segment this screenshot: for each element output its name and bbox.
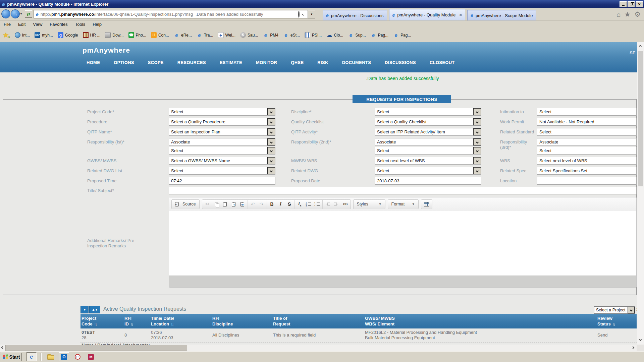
field-title-subject[interactable] bbox=[169, 187, 637, 194]
restore-button[interactable] bbox=[628, 1, 635, 7]
favorite-item-myh[interactable]: SAPmyh... bbox=[32, 31, 55, 39]
horizontal-scroll-thumb[interactable] bbox=[5, 345, 187, 351]
field-responsibility-ist[interactable]: Associate bbox=[169, 138, 275, 146]
favorite-item-hr[interactable]: HR ... bbox=[80, 31, 103, 39]
address-bar[interactable]: e http://pm4.pmanywhere.co/Interface/06-… bbox=[34, 10, 308, 18]
table-row[interactable]: 0TEST28807:362018-07-03All DisciplinesTh… bbox=[80, 328, 637, 343]
chevron-down-icon[interactable] bbox=[267, 108, 275, 115]
add-favorite-icon[interactable]: ★ bbox=[3, 31, 9, 39]
chevron-down-icon[interactable] bbox=[473, 157, 481, 164]
chevron-down-icon[interactable] bbox=[473, 118, 481, 125]
browser-tab-pmanywhere-discussions[interactable]: epmAnywhere - Discussions bbox=[323, 10, 387, 20]
favorite-item-sau[interactable]: SSau... bbox=[238, 31, 260, 39]
format-button[interactable]: Format▼ bbox=[389, 200, 417, 208]
field-related-dwg[interactable]: Select bbox=[375, 167, 481, 175]
field-qitp-name[interactable]: Select an Inspection Plan bbox=[169, 128, 275, 136]
quicklaunch-outlook[interactable]: O bbox=[59, 352, 69, 361]
paste-plain-text-button[interactable]: T bbox=[229, 200, 238, 208]
scroll-left-icon[interactable] bbox=[1, 346, 4, 349]
column-header-discipline[interactable]: RFIDiscipline bbox=[212, 315, 233, 327]
favorite-item-pm4[interactable]: ePM4 bbox=[260, 31, 281, 39]
chevron-down-icon[interactable] bbox=[473, 128, 481, 135]
favorite-item-ere[interactable]: eeRe... bbox=[171, 31, 194, 39]
field-mwbs-wbs[interactable]: Select next level of WBS bbox=[375, 157, 481, 165]
italic-button[interactable]: I bbox=[276, 200, 285, 208]
chevron-down-icon[interactable] bbox=[267, 167, 275, 174]
home-icon[interactable]: ⌂ bbox=[616, 10, 621, 19]
editor-content[interactable] bbox=[169, 211, 636, 276]
vertical-scroll-thumb[interactable] bbox=[638, 51, 643, 186]
remove-format-button[interactable]: Ix bbox=[296, 200, 304, 208]
menu-file[interactable]: File bbox=[0, 22, 14, 27]
nav-item-monitor[interactable]: MONITOR bbox=[256, 60, 277, 65]
collapse-button[interactable]: ▼ bbox=[80, 306, 89, 313]
strikethrough-button[interactable]: S bbox=[285, 200, 294, 208]
table-button[interactable] bbox=[422, 200, 431, 208]
nav-item-estimate[interactable]: ESTIMATE bbox=[220, 60, 242, 65]
nav-item-home[interactable]: HOME bbox=[87, 60, 100, 65]
sort-icon[interactable]: ↑↓ bbox=[130, 322, 133, 326]
favorite-item-psi[interactable]: PSI... bbox=[302, 31, 324, 39]
recent-pages-dropdown[interactable]: ▼ bbox=[20, 12, 22, 15]
nav-item-qhse[interactable]: QHSE bbox=[291, 60, 304, 65]
quicklaunch-file-explorer[interactable] bbox=[46, 352, 56, 361]
menu-view[interactable]: View bbox=[29, 22, 46, 27]
nav-item-discussions[interactable]: DISCUSSIONS bbox=[385, 60, 416, 65]
numbered-list-button[interactable] bbox=[304, 200, 313, 208]
favorite-item-int[interactable]: Int... bbox=[12, 31, 32, 39]
bulleted-list-button[interactable] bbox=[313, 200, 322, 208]
decrease-indent-button[interactable] bbox=[323, 200, 332, 208]
field-work-permit[interactable]: Not Available - Not Required bbox=[537, 118, 637, 126]
cut-button[interactable]: ✂ bbox=[203, 200, 212, 208]
favorite-item-tra[interactable]: eTra... bbox=[194, 31, 216, 39]
favorite-item-wel[interactable]: ◆Wel... bbox=[216, 31, 238, 39]
bold-button[interactable]: B bbox=[268, 200, 276, 208]
chevron-down-icon[interactable] bbox=[473, 138, 481, 145]
scroll-right-icon[interactable] bbox=[632, 346, 634, 349]
field-discipline[interactable]: Select bbox=[375, 108, 481, 116]
field-procedure[interactable]: Select a Quality Procudeure bbox=[169, 118, 275, 126]
blockquote-button[interactable]: ”” bbox=[341, 200, 350, 208]
menu-help[interactable]: Help bbox=[89, 22, 105, 27]
sort-icon[interactable]: ↑↓ bbox=[612, 322, 615, 326]
settings-gear-icon[interactable]: ⚙ bbox=[634, 10, 641, 19]
chevron-down-icon[interactable] bbox=[267, 138, 275, 145]
favorites-star-icon[interactable]: ★ bbox=[624, 10, 631, 19]
field-proposed-date[interactable]: 2018-07-03 bbox=[375, 177, 481, 185]
field-project-code[interactable]: Select bbox=[169, 108, 275, 116]
menu-favorites[interactable]: Favorites bbox=[46, 22, 71, 27]
chevron-down-icon[interactable] bbox=[267, 128, 275, 135]
scroll-down-icon[interactable] bbox=[639, 338, 642, 341]
search-icon[interactable] bbox=[298, 11, 304, 17]
browser-tab-pmanywhere-quality-module[interactable]: epmAnywhere - Quality Module× bbox=[389, 9, 466, 20]
close-tab-icon[interactable]: × bbox=[458, 12, 462, 17]
favorite-item-clo[interactable]: ☁Clo... bbox=[324, 31, 345, 39]
favorite-item-pho[interactable]: ☎Pho... bbox=[126, 31, 149, 39]
minimize-button[interactable] bbox=[620, 1, 627, 7]
forward-button[interactable]: → bbox=[11, 9, 20, 18]
field-intimation-to[interactable]: Select bbox=[537, 108, 637, 116]
paste-button[interactable] bbox=[221, 200, 229, 208]
scroll-up-icon[interactable] bbox=[639, 45, 642, 48]
sort-icon[interactable]: ↑↓ bbox=[171, 322, 173, 326]
field-row4-col2[interactable]: Select bbox=[375, 147, 481, 155]
undo-button[interactable]: ↶ bbox=[249, 200, 257, 208]
favorite-item-est[interactable]: eeSt... bbox=[281, 31, 302, 39]
chevron-down-icon[interactable] bbox=[473, 108, 481, 115]
chevron-down-icon[interactable] bbox=[267, 157, 275, 164]
quicklaunch-internet-explorer[interactable]: e bbox=[26, 352, 37, 361]
favorite-item-pag[interactable]: ePag... bbox=[391, 31, 413, 39]
quicklaunch-maxthon[interactable]: M bbox=[86, 352, 96, 361]
browser-tab-pmanywhere-scope-module[interactable]: epmAnywhere - Scope Module bbox=[467, 10, 536, 20]
field-responsibility-2nd[interactable]: Associate bbox=[375, 138, 481, 146]
copy-button[interactable] bbox=[212, 200, 221, 208]
chevron-down-icon[interactable] bbox=[473, 167, 481, 174]
nav-item-documents[interactable]: DOCUMENTS bbox=[342, 60, 371, 65]
field-row4-col3[interactable]: Select bbox=[537, 147, 637, 155]
nav-item-scope[interactable]: SCOPE bbox=[148, 60, 164, 65]
field-related-dwg-list[interactable]: Select bbox=[169, 167, 275, 175]
column-header-request[interactable]: Title ofRequest bbox=[273, 315, 290, 327]
field-quality-checklist[interactable]: Select a Quality Checklist bbox=[375, 118, 481, 126]
search-dropdown[interactable]: ▼ bbox=[308, 10, 315, 18]
source-button[interactable]: Source bbox=[173, 200, 198, 208]
